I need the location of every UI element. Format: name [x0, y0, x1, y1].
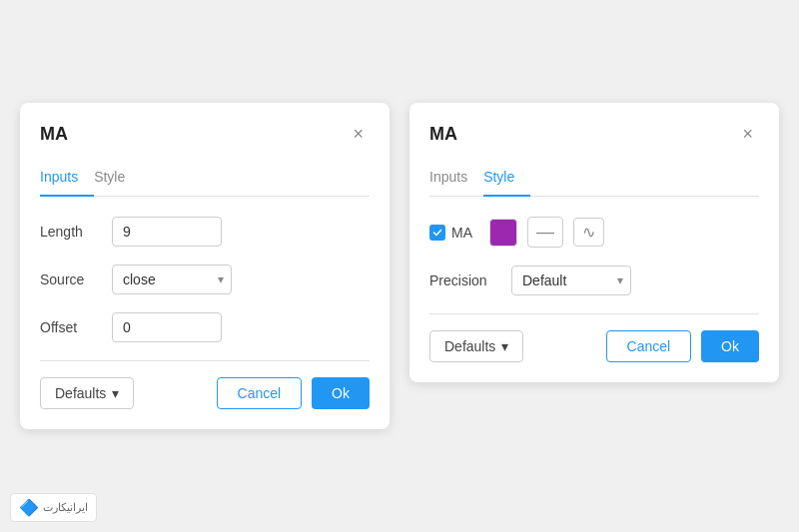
source-select[interactable]: close open high low: [112, 265, 232, 294]
dialog-inputs-footer: Defaults ▾ Cancel Ok: [40, 360, 370, 409]
check-icon: [432, 228, 442, 238]
offset-input[interactable]: [112, 312, 222, 342]
watermark-text: ایرانیکارت: [43, 501, 88, 514]
defaults-button-style[interactable]: Defaults ▾: [429, 330, 523, 362]
dialog-style-title: MA: [429, 124, 457, 145]
footer-right-style: Cancel Ok: [606, 330, 759, 362]
length-label: Length: [40, 224, 100, 240]
ok-button-inputs[interactable]: Ok: [312, 377, 370, 409]
cancel-button-style[interactable]: Cancel: [606, 330, 692, 362]
dialog-inputs: MA × Inputs Style Length Source close op…: [20, 103, 390, 429]
form-inputs: Length Source close open high low ▾ Offs…: [40, 217, 370, 342]
ma-checkbox-wrapper: MA: [429, 225, 479, 241]
dialog-style-header: MA ×: [429, 123, 759, 145]
source-select-wrapper: close open high low ▾: [112, 265, 232, 294]
tab-inputs-inputs[interactable]: Inputs: [40, 161, 94, 197]
tab-inputs-style[interactable]: Style: [94, 161, 141, 197]
offset-label: Offset: [40, 319, 100, 335]
length-input[interactable]: [112, 217, 222, 247]
defaults-button-inputs[interactable]: Defaults ▾: [40, 377, 134, 409]
precision-select[interactable]: Default 0 1 2 3 4: [511, 266, 631, 295]
line-wave-icon: ∿: [582, 223, 595, 242]
footer-right-inputs: Cancel Ok: [217, 377, 370, 409]
dialog-style-footer: Defaults ▾ Cancel Ok: [429, 313, 759, 362]
precision-row: Precision Default 0 1 2 3 4 ▾: [429, 266, 759, 295]
tabs-inputs: Inputs Style: [40, 161, 370, 197]
ma-checkbox[interactable]: [429, 225, 445, 241]
dialog-style: MA × Inputs Style MA —: [409, 103, 779, 382]
dialog-inputs-header: MA ×: [40, 123, 370, 145]
line-type-button[interactable]: ∿: [573, 218, 604, 247]
ma-checkbox-label: MA: [451, 225, 479, 241]
dialog-inputs-title: MA: [40, 124, 68, 145]
line-dash-icon: —: [536, 222, 554, 243]
form-style: MA — ∿ Precision Default 0 1 2: [429, 217, 759, 295]
ma-style-row: MA — ∿: [429, 217, 759, 248]
source-row: Source close open high low ▾: [40, 265, 370, 294]
source-label: Source: [40, 271, 100, 287]
precision-label: Precision: [429, 272, 499, 288]
defaults-arrow-icon-style: ▾: [501, 338, 508, 354]
close-button-style[interactable]: ×: [736, 123, 759, 145]
color-swatch[interactable]: [489, 219, 517, 247]
tabs-style: Inputs Style: [429, 161, 759, 197]
defaults-arrow-icon: ▾: [112, 385, 119, 401]
line-style-button[interactable]: —: [527, 217, 563, 248]
precision-select-wrapper: Default 0 1 2 3 4 ▾: [511, 266, 631, 295]
watermark: 🔷 ایرانیکارت: [10, 493, 97, 522]
offset-row: Offset: [40, 312, 370, 342]
defaults-label-style: Defaults: [444, 338, 495, 354]
defaults-label-inputs: Defaults: [55, 385, 106, 401]
page-wrapper: MA × Inputs Style Length Source close op…: [0, 73, 799, 459]
cancel-button-inputs[interactable]: Cancel: [217, 377, 303, 409]
ok-button-style[interactable]: Ok: [701, 330, 759, 362]
tab-style-inputs[interactable]: Inputs: [429, 161, 483, 197]
close-button-inputs[interactable]: ×: [347, 123, 370, 145]
length-row: Length: [40, 217, 370, 247]
watermark-icon: 🔷: [19, 498, 39, 517]
tab-style-style[interactable]: Style: [483, 161, 530, 197]
